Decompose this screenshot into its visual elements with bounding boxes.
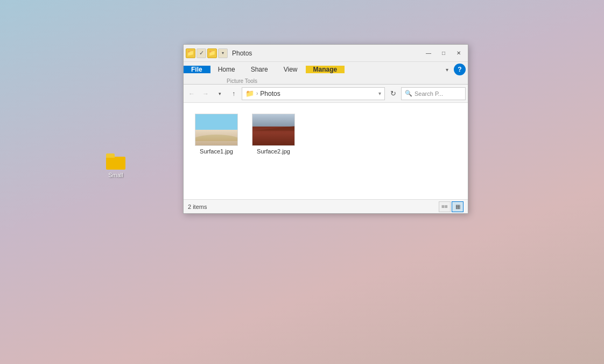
path-dropdown-icon[interactable]: ▾ [378,90,381,96]
view-toggle: ≡≡ ▦ [439,201,463,212]
window-controls: — □ ✕ [422,48,466,59]
maximize-button[interactable]: □ [437,48,451,59]
tab-file[interactable]: File [184,66,210,73]
forward-button[interactable]: → [200,88,212,100]
file-item-surface1[interactable]: Surface1.jpg [192,111,241,157]
minimize-button[interactable]: — [422,48,436,59]
desktop-folder-icon[interactable]: Small [100,153,132,178]
desktop: Small 📁 ✓ 📁 ▾ Photos — □ ✕ File [0,0,604,364]
window-title: Photos [232,50,422,57]
thumbnail-surface2 [252,114,295,146]
ribbon-sub-tab: Picture Tools [184,77,468,84]
item-count: 2 items [188,204,439,210]
ribbon: File Home Share View Manage ▾ ? Pi [184,62,468,85]
folder-shape [106,153,125,170]
desktop-icon-label: Small [108,172,123,178]
titlebar-icons: 📁 ✓ 📁 ▾ [186,48,228,58]
path-folder-icon: 📁 [245,89,254,97]
view-details-button[interactable]: ≡≡ [439,201,451,212]
view-tiles-button[interactable]: ▦ [452,201,463,212]
ribbon-tab-row: File Home Share View Manage ▾ ? [184,62,468,77]
up-button[interactable]: ↑ [228,88,240,100]
search-box[interactable]: 🔍 Search P... [401,87,466,100]
folder2-tb-icon[interactable]: 📁 [207,48,217,58]
tab-view[interactable]: View [276,66,306,73]
thumb-surface2-image [252,114,294,145]
title-bar: 📁 ✓ 📁 ▾ Photos — □ ✕ [184,45,468,62]
address-path[interactable]: 📁 › Photos ▾ [242,87,385,100]
tab-share[interactable]: Share [243,66,276,73]
thumb-surface1-image [195,114,237,145]
file-label-surface2: Surface2.jpg [257,148,290,155]
thumbnail-surface1 [195,114,238,146]
search-icon: 🔍 [405,90,412,97]
file-label-surface1: Surface1.jpg [200,148,233,155]
check-tb-icon[interactable]: ✓ [196,48,206,58]
path-arrow: › [256,90,258,96]
ribbon-chevron[interactable]: ▾ [443,67,452,73]
tab-home[interactable]: Home [210,66,243,73]
search-placeholder: Search P... [415,90,443,97]
file-item-surface2[interactable]: Surface2.jpg [249,111,298,157]
explorer-window: 📁 ✓ 📁 ▾ Photos — □ ✕ File Home [183,44,468,214]
folder-tb-icon[interactable]: 📁 [186,48,195,58]
back-button[interactable]: ← [186,88,198,100]
status-bar: 2 items ≡≡ ▦ [184,199,468,213]
close-button[interactable]: ✕ [452,48,466,59]
address-bar: ← → ▾ ↑ 📁 › Photos ▾ ↻ 🔍 Search P... [184,85,468,103]
tab-manage[interactable]: Manage [306,66,345,73]
content-area: Surface1.jpg Surface2.jpg [184,103,468,199]
path-text: Photos [260,90,376,97]
ribbon-help-button[interactable]: ? [454,64,466,75]
recent-locations-button[interactable]: ▾ [214,88,226,100]
refresh-button[interactable]: ↻ [387,88,399,100]
dropdown-tb-icon[interactable]: ▾ [218,48,228,58]
